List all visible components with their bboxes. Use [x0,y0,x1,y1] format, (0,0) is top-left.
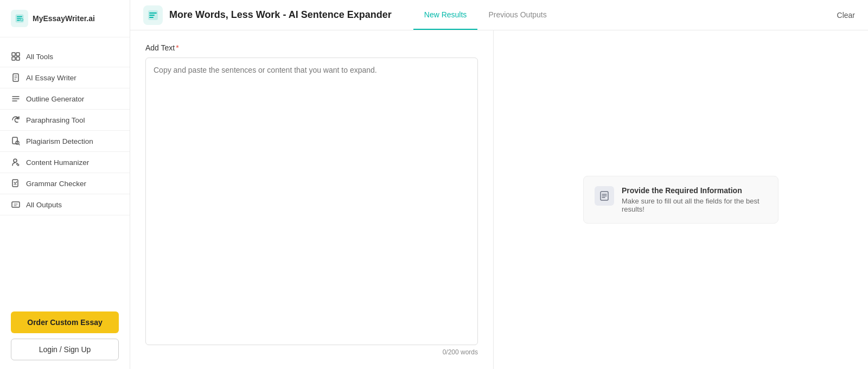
left-panel: Add Text* 0/200 words [130,30,494,369]
svg-rect-7 [12,137,17,144]
sidebar-item-content-humanizer[interactable]: Content Humanizer [0,152,130,173]
topbar-left: More Words, Less Work - AI Sentence Expa… [143,5,392,25]
sidebar-navigation: All Tools AI Essay Writer Outline Genera… [0,37,130,303]
info-card-icon [595,186,614,206]
check-doc-icon [11,179,21,188]
topbar: More Words, Less Work - AI Sentence Expa… [130,0,868,30]
tab-new-results[interactable]: New Results [413,1,478,30]
refresh-icon [11,115,21,125]
tool-icon [143,5,163,25]
main-content: More Words, Less Work - AI Sentence Expa… [130,0,868,369]
text-area-wrapper: 0/200 words [145,58,478,356]
info-card-description: Make sure to fill out all the fields for… [622,197,767,213]
logo-icon [11,10,28,27]
login-signup-button[interactable]: Login / Sign Up [11,339,119,360]
svg-rect-11 [12,202,20,207]
required-star: * [176,43,178,52]
list-icon [11,94,21,104]
sidebar-item-paraphrasing-tool[interactable]: Paraphrasing Tool [0,110,130,131]
right-panel: Provide the Required Information Make su… [494,30,868,369]
clear-button[interactable]: Clear [837,11,855,20]
word-count: 0/200 words [145,348,478,356]
info-card-title: Provide the Required Information [622,186,767,195]
topbar-tabs: New Results Previous Outputs [413,1,558,30]
tool-title: More Words, Less Work - AI Sentence Expa… [169,9,392,21]
info-card: Provide the Required Information Make su… [583,176,778,224]
sidebar-item-label: Plagiarism Detection [26,137,93,145]
sidebar-item-grammar-checker[interactable]: Grammar Checker [0,173,130,194]
svg-rect-2 [12,53,15,56]
order-custom-essay-button[interactable]: Order Custom Essay [11,311,119,333]
user-edit-icon [11,157,21,167]
search-doc-icon [11,136,21,146]
sidebar-item-label: Grammar Checker [26,180,86,188]
sidebar-item-ai-essay-writer[interactable]: AI Essay Writer [0,67,130,88]
sidebar-item-label: Paraphrasing Tool [26,116,85,124]
svg-rect-3 [16,53,20,56]
svg-point-9 [14,159,17,162]
text-input[interactable] [145,58,478,345]
sidebar-item-label: Content Humanizer [26,158,89,167]
svg-rect-4 [12,57,15,60]
sidebar-item-all-tools[interactable]: All Tools [0,46,130,67]
sidebar-item-label: AI Essay Writer [26,74,76,82]
sidebar-item-all-outputs[interactable]: All Outputs [0,194,130,215]
document-icon [11,73,21,82]
sidebar-logo: MyEssayWriter.ai [0,0,130,37]
add-text-label: Add Text* [145,43,478,52]
outputs-icon [11,200,21,209]
sidebar-actions: Order Custom Essay Login / Sign Up [0,303,130,369]
svg-rect-5 [16,57,20,60]
sidebar: MyEssayWriter.ai All Tools [0,0,130,369]
tab-previous-outputs[interactable]: Previous Outputs [477,1,557,30]
content-area: Add Text* 0/200 words Provide the Requir… [130,30,868,369]
logo-text: MyEssayWriter.ai [33,14,95,23]
sidebar-item-plagiarism-detection[interactable]: Plagiarism Detection [0,131,130,152]
grid-icon [11,52,21,61]
sidebar-item-label: All Tools [26,53,53,61]
sidebar-item-outline-generator[interactable]: Outline Generator [0,88,130,110]
sidebar-item-label: Outline Generator [26,95,84,103]
sidebar-item-label: All Outputs [26,201,62,209]
info-card-text: Provide the Required Information Make su… [622,186,767,213]
